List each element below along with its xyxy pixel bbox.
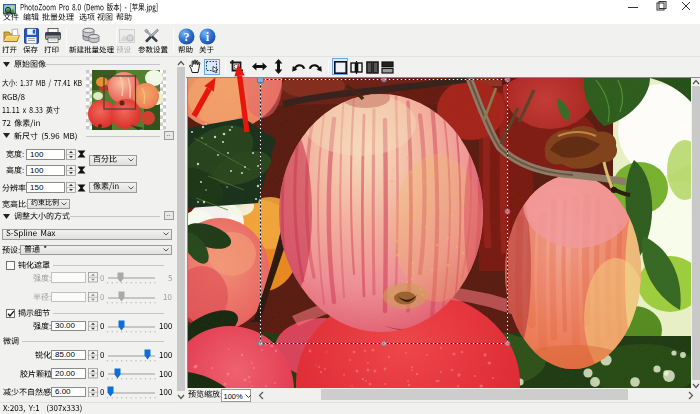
- svg-text:?: ?: [184, 30, 190, 44]
